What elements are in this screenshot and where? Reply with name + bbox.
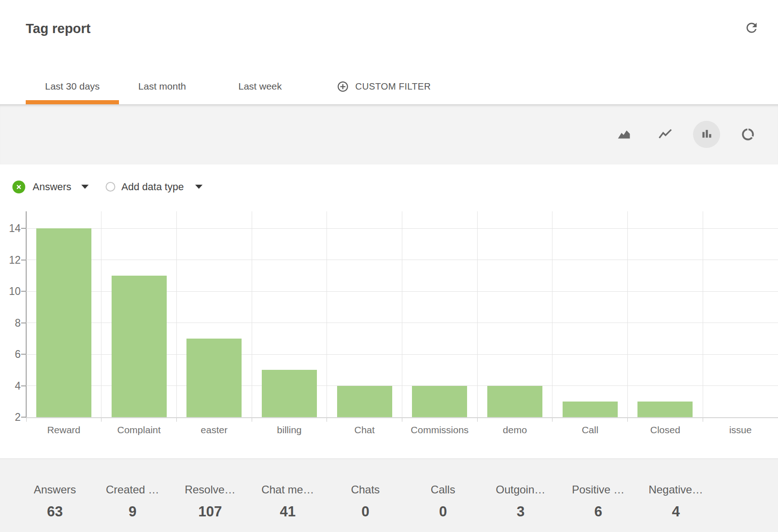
stat-positive: Positive … 6 xyxy=(559,483,637,532)
x-tick xyxy=(101,418,101,422)
tab-label: CUSTOM FILTER xyxy=(355,81,431,92)
gridline-v xyxy=(552,211,552,417)
x-axis-label: Complaint xyxy=(117,424,161,436)
stat-resolved: Resolve… 107 xyxy=(171,483,249,532)
stat-calls: Calls 0 xyxy=(404,483,482,532)
chevron-down-icon[interactable] xyxy=(195,185,203,189)
bar-chart-icon xyxy=(699,127,714,141)
donut-chart-button[interactable] xyxy=(734,121,761,148)
area-chart-icon xyxy=(617,127,631,141)
y-axis-line xyxy=(26,211,27,418)
y-tick xyxy=(21,323,26,323)
stat-label: Calls xyxy=(404,483,482,496)
chevron-down-icon[interactable] xyxy=(81,185,89,189)
gridline-v xyxy=(101,211,101,417)
y-tick xyxy=(21,291,26,292)
add-data-type-label[interactable]: Add data type xyxy=(121,181,184,193)
x-axis-label: Chat xyxy=(354,424,374,436)
y-axis-label: 6 xyxy=(0,348,21,361)
stat-label: Outgoin… xyxy=(482,483,559,496)
gridline-v xyxy=(477,211,478,417)
stat-value: 41 xyxy=(249,504,327,520)
stat-created: Created … 9 xyxy=(94,483,171,532)
bar-complaint[interactable] xyxy=(112,276,167,417)
bar-chat[interactable] xyxy=(337,386,392,418)
report-header: Tag report Last 30 days Last month Last … xyxy=(0,0,778,104)
x-tick xyxy=(176,418,177,422)
y-tick xyxy=(21,385,26,386)
gridline-v xyxy=(627,211,628,417)
series-label[interactable]: Answers xyxy=(33,181,71,193)
stat-label: Negative… xyxy=(637,483,715,496)
stat-chats: Chats 0 xyxy=(327,483,404,532)
bar-chart: 1412108642RewardComplainteasterbillingCh… xyxy=(0,209,778,458)
x-tick xyxy=(703,418,703,422)
stat-label: Chats xyxy=(327,483,404,496)
custom-filter-button[interactable]: CUSTOM FILTER xyxy=(317,68,450,104)
tab-last-week[interactable]: Last week xyxy=(219,68,301,104)
line-chart-icon xyxy=(658,127,672,141)
tab-last-month[interactable]: Last month xyxy=(119,68,205,104)
refresh-button[interactable] xyxy=(742,19,761,38)
tab-label: Last week xyxy=(238,81,282,92)
gridline-v xyxy=(252,211,252,417)
donut-chart-icon xyxy=(741,127,755,141)
line-chart-button[interactable] xyxy=(652,121,679,148)
bar-closed[interactable] xyxy=(637,402,693,417)
bar-easter[interactable] xyxy=(186,339,242,417)
gridline-v xyxy=(703,211,703,417)
x-axis-label: billing xyxy=(277,424,302,436)
area-chart-button[interactable] xyxy=(610,121,637,148)
y-axis-label: 4 xyxy=(0,379,21,392)
x-tick xyxy=(552,418,552,422)
stat-negative: Negative… 4 xyxy=(637,483,715,532)
y-axis-label: 8 xyxy=(0,317,21,329)
bar-billing[interactable] xyxy=(262,370,317,417)
stat-label: Chat me… xyxy=(249,483,327,496)
gridline-v xyxy=(402,211,402,417)
tab-label: Last 30 days xyxy=(45,81,100,92)
bar-reward[interactable] xyxy=(36,228,91,417)
stat-label: Positive … xyxy=(559,483,637,496)
remove-circle-icon xyxy=(14,182,23,192)
page-title: Tag report xyxy=(26,21,90,36)
stat-value: 107 xyxy=(171,504,249,520)
x-tick xyxy=(402,418,402,422)
x-tick xyxy=(327,418,327,422)
stat-outgoing: Outgoin… 3 xyxy=(482,483,559,532)
tab-last-30-days[interactable]: Last 30 days xyxy=(26,68,119,104)
stat-value: 9 xyxy=(94,504,171,520)
stat-label: Created … xyxy=(94,483,171,496)
radio-circle-icon[interactable] xyxy=(106,182,115,192)
x-tick xyxy=(627,418,628,422)
stat-value: 4 xyxy=(637,504,715,520)
refresh-icon xyxy=(744,20,759,35)
bar-chart-button[interactable] xyxy=(693,121,720,148)
x-axis-label: easter xyxy=(201,424,227,436)
y-tick xyxy=(21,228,26,229)
gridline-v xyxy=(327,211,327,417)
y-axis-label: 10 xyxy=(0,285,21,298)
stat-value: 6 xyxy=(559,504,637,520)
remove-series-button[interactable] xyxy=(12,181,25,193)
y-tick xyxy=(21,260,26,260)
y-axis-label: 12 xyxy=(0,254,21,266)
tag-report-page: Tag report Last 30 days Last month Last … xyxy=(0,0,778,532)
y-axis-label: 2 xyxy=(0,411,21,424)
plus-circle-icon xyxy=(337,80,349,93)
stat-chat-messages: Chat me… 41 xyxy=(249,483,327,532)
stat-label: Resolve… xyxy=(171,483,249,496)
x-axis-label: Reward xyxy=(47,424,80,436)
bar-call[interactable] xyxy=(563,402,618,417)
x-axis-label: Call xyxy=(582,424,598,436)
y-tick xyxy=(21,417,26,418)
x-axis-label: demo xyxy=(503,424,527,436)
stat-value: 0 xyxy=(404,504,482,520)
x-tick xyxy=(252,418,252,422)
y-axis-label: 14 xyxy=(0,222,21,235)
summary-stats-row: Answers 63 Created … 9 Resolve… 107 Chat… xyxy=(0,458,778,532)
stat-answers: Answers 63 xyxy=(16,483,94,532)
bar-commissions[interactable] xyxy=(412,386,467,418)
x-axis-label: Commissions xyxy=(411,424,468,436)
bar-demo[interactable] xyxy=(487,386,542,418)
